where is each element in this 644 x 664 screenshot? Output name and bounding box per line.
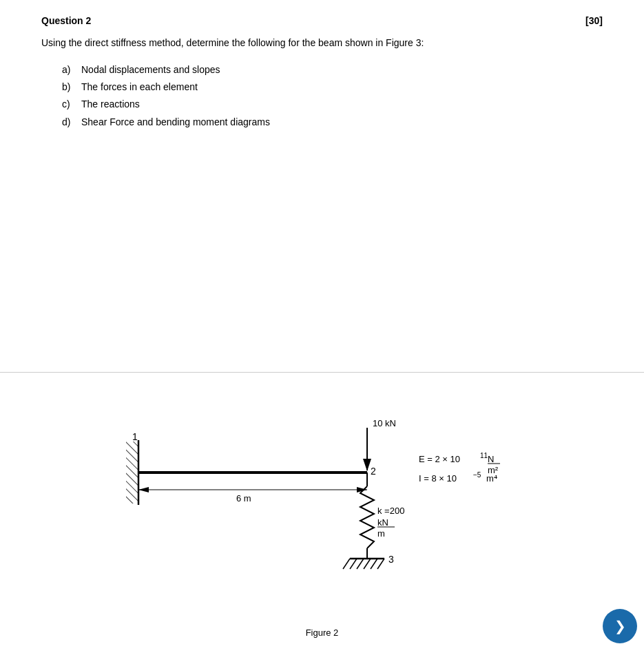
node1-label: 1 — [132, 431, 138, 442]
prop-I-m4: m⁴ — [486, 473, 497, 484]
list-text-a: Nodal displacements and slopes — [81, 61, 220, 79]
spring-label-m: m — [377, 528, 385, 539]
load-label: 10 kN — [373, 418, 396, 428]
ground-hatch-3 — [357, 559, 364, 569]
question-intro: Using the direct stiffness method, deter… — [41, 36, 603, 50]
figure-container: 1 2 10 kN — [41, 393, 603, 638]
span-arrow-left — [138, 487, 149, 492]
page: Question 2 [30] Using the direct stiffne… — [0, 0, 644, 664]
node2-label: 2 — [371, 466, 376, 477]
question-list: a) Nodal displacements and slopes b) The… — [41, 61, 603, 131]
wall-hatch — [126, 442, 138, 504]
list-label-a: a) — [62, 61, 76, 79]
list-text-b: The forces in each element — [81, 79, 198, 96]
figure-caption: Figure 2 — [306, 627, 339, 638]
node3-label: 3 — [388, 554, 394, 565]
span-label: 6 m — [236, 493, 251, 504]
ground-hatch-6 — [377, 559, 384, 569]
beam-diagram: 1 2 10 kN — [123, 400, 522, 614]
list-item: b) The forces in each element — [62, 79, 603, 96]
scroll-button[interactable]: ❯ — [603, 609, 637, 643]
question-header: Question 2 [30] — [41, 15, 603, 26]
bottom-section: 1 2 10 kN — [0, 373, 644, 662]
prop-E-text: E = 2 × 10 — [419, 454, 460, 464]
prop-I-text: I = 8 × 10 — [419, 473, 457, 484]
spring-label-k: k =200 — [377, 506, 404, 516]
spring-label-unit: kN — [377, 517, 388, 528]
prop-E-N: N — [488, 454, 494, 464]
list-text-d: Shear Force and bending moment diagrams — [81, 114, 270, 131]
list-label-c: c) — [62, 96, 76, 113]
scroll-icon: ❯ — [614, 618, 626, 634]
ground-hatch-1 — [343, 559, 350, 569]
ground-hatch-5 — [371, 559, 377, 569]
prop-I-exp: −5 — [473, 471, 481, 479]
question-marks: [30] — [585, 15, 603, 26]
list-label-d: d) — [62, 114, 76, 131]
top-section: Question 2 [30] Using the direct stiffne… — [0, 0, 644, 372]
question-title: Question 2 — [41, 15, 91, 26]
list-label-b: b) — [62, 79, 76, 96]
list-item: c) The reactions — [62, 96, 603, 113]
list-item: d) Shear Force and bending moment diagra… — [62, 114, 603, 131]
spring-zigzag — [360, 486, 374, 548]
ground-hatch-4 — [364, 559, 371, 569]
list-text-c: The reactions — [81, 96, 140, 113]
ground-hatch-2 — [350, 559, 357, 569]
list-item: a) Nodal displacements and slopes — [62, 61, 603, 79]
prop-E-exp: 11 — [480, 452, 488, 459]
